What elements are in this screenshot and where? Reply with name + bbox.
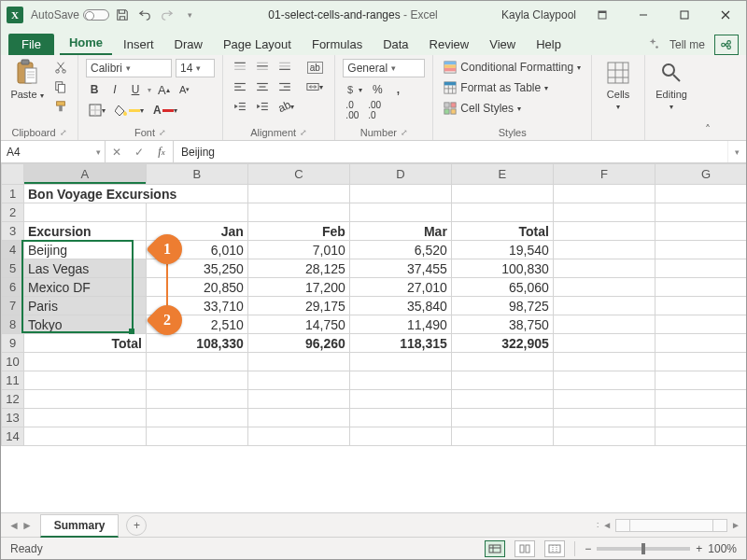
cell-D9[interactable]: 118,315	[349, 334, 451, 353]
cell-D1[interactable]	[349, 185, 451, 203]
tab-file[interactable]: File	[8, 34, 54, 55]
cell-G12[interactable]	[655, 390, 746, 409]
shrink-font-button[interactable]: A▾	[176, 81, 193, 98]
cell-E4[interactable]: 19,540	[451, 241, 553, 259]
row-header-4[interactable]: 4	[2, 241, 24, 259]
cell-B2[interactable]	[146, 203, 247, 222]
cancel-formula-button[interactable]: ✕	[106, 146, 128, 159]
cell-F9[interactable]	[553, 334, 655, 353]
conditional-formatting-button[interactable]: Conditional Formatting ▾	[441, 59, 584, 76]
cell-G3[interactable]	[655, 222, 746, 241]
cell-B12[interactable]	[146, 390, 247, 409]
row-header-3[interactable]: 3	[2, 222, 24, 241]
align-top-button[interactable]	[231, 59, 249, 76]
align-center-button[interactable]	[253, 78, 272, 95]
sheet-tab-summary[interactable]: Summary	[40, 514, 120, 538]
row-header-7[interactable]: 7	[2, 297, 24, 315]
cell-G13[interactable]	[655, 409, 746, 427]
row-header-8[interactable]: 8	[2, 315, 24, 334]
font-name-combo[interactable]: Calibri▾	[86, 59, 172, 77]
decrease-indent-button[interactable]	[231, 98, 249, 115]
zoom-control[interactable]: − + 100%	[585, 542, 737, 555]
tab-formulas[interactable]: Formulas	[303, 34, 372, 55]
sheet-nav-prev[interactable]: ◄	[8, 519, 20, 532]
row-header-5[interactable]: 5	[2, 259, 24, 278]
cell-A7[interactable]: Paris	[23, 297, 146, 315]
cell-C10[interactable]	[247, 353, 349, 371]
cell-D14[interactable]	[349, 427, 451, 446]
grow-font-button[interactable]: A▴	[155, 81, 173, 98]
expand-formula-bar-button[interactable]: ▾	[727, 141, 746, 162]
format-painter-button[interactable]	[51, 98, 70, 115]
cut-button[interactable]	[51, 59, 70, 76]
row-header-10[interactable]: 10	[2, 353, 24, 371]
format-as-table-button[interactable]: Format as Table ▾	[441, 79, 551, 96]
cell-G7[interactable]	[655, 297, 746, 315]
cell-E9[interactable]: 322,905	[451, 334, 553, 353]
cell-D12[interactable]	[349, 390, 451, 409]
cell-G11[interactable]	[655, 371, 746, 390]
align-bottom-button[interactable]	[275, 59, 294, 76]
cell-A8[interactable]: Tokyo	[23, 315, 146, 334]
cell-F8[interactable]	[553, 315, 655, 334]
percent-button[interactable]: %	[369, 81, 386, 98]
cell-E5[interactable]: 100,830	[451, 259, 553, 278]
name-box[interactable]: A4▾	[1, 141, 106, 162]
merge-center-button[interactable]: ▾	[303, 78, 327, 95]
cell-A1[interactable]: Bon Voyage Excursions	[23, 185, 247, 203]
maximize-button[interactable]	[664, 1, 705, 29]
orientation-button[interactable]: ab▾	[275, 98, 297, 115]
cell-C7[interactable]: 29,175	[247, 297, 349, 315]
col-header-C[interactable]: C	[247, 164, 349, 185]
cell-F2[interactable]	[553, 203, 655, 222]
minimize-button[interactable]	[623, 1, 664, 29]
tell-me[interactable]: Tell me	[669, 38, 705, 51]
cell-B14[interactable]	[146, 427, 247, 446]
row-header-9[interactable]: 9	[2, 334, 24, 353]
cell-G10[interactable]	[655, 353, 746, 371]
cell-E7[interactable]: 98,725	[451, 297, 553, 315]
accounting-format-button[interactable]: $▾	[343, 81, 365, 98]
cell-F14[interactable]	[553, 427, 655, 446]
cell-E6[interactable]: 65,060	[451, 278, 553, 297]
cell-D10[interactable]	[349, 353, 451, 371]
new-sheet-button[interactable]: +	[126, 515, 147, 536]
cell-D5[interactable]: 37,455	[349, 259, 451, 278]
collapse-ribbon-button[interactable]: ˄	[698, 119, 718, 140]
cell-A4[interactable]: Beijing	[23, 241, 146, 259]
decrease-decimal-button[interactable]: .00.0	[365, 102, 384, 119]
align-right-button[interactable]	[275, 78, 294, 95]
editing-button[interactable]: Editing▾	[653, 59, 690, 112]
cell-D8[interactable]: 11,490	[349, 315, 451, 334]
zoom-out-button[interactable]: −	[585, 542, 591, 555]
tab-insert[interactable]: Insert	[114, 34, 163, 55]
cell-E13[interactable]	[451, 409, 553, 427]
zoom-level[interactable]: 100%	[708, 542, 737, 555]
col-header-F[interactable]: F	[553, 164, 655, 185]
row-header-11[interactable]: 11	[2, 371, 24, 390]
paste-button[interactable]: Paste ▾	[8, 59, 46, 101]
cell-D7[interactable]: 35,840	[349, 297, 451, 315]
cell-C14[interactable]	[247, 427, 349, 446]
increase-indent-button[interactable]	[253, 98, 272, 115]
user-name[interactable]: Kayla Claypool	[501, 8, 576, 21]
cell-C12[interactable]	[247, 390, 349, 409]
cell-G9[interactable]	[655, 334, 746, 353]
tab-draw[interactable]: Draw	[165, 34, 212, 55]
cell-E10[interactable]	[451, 353, 553, 371]
cell-A11[interactable]	[23, 371, 146, 390]
cell-E2[interactable]	[451, 203, 553, 222]
cell-E3[interactable]: Total	[451, 222, 553, 241]
col-header-B[interactable]: B	[146, 164, 247, 185]
autosave-toggle[interactable]: AutoSave	[31, 8, 109, 21]
bold-button[interactable]: B	[86, 81, 103, 98]
zoom-slider[interactable]	[597, 547, 690, 551]
increase-decimal-button[interactable]: .0.00	[343, 102, 361, 119]
cell-F13[interactable]	[553, 409, 655, 427]
cell-C11[interactable]	[247, 371, 349, 390]
cell-C6[interactable]: 17,200	[247, 278, 349, 297]
borders-button[interactable]: ▾	[86, 102, 108, 119]
number-format-combo[interactable]: General▾	[343, 59, 425, 77]
copy-button[interactable]	[51, 78, 70, 95]
cell-E8[interactable]: 38,750	[451, 315, 553, 334]
